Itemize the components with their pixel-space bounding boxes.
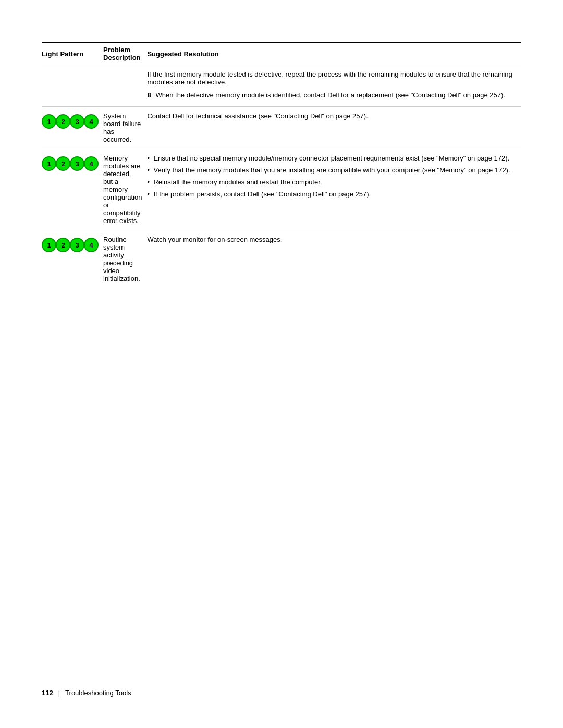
circle-4: 4 xyxy=(84,238,99,252)
row2-resolution-cell: Ensure that no special memory module/mem… xyxy=(147,149,521,230)
row1-circles: 1 2 3 4 xyxy=(42,114,98,129)
pre-resolution-text: If the first memory module tested is def… xyxy=(147,70,516,86)
row3-resolution-text: Watch your monitor for on-screen message… xyxy=(147,236,282,243)
page-container: Light Pattern Problem Description Sugges… xyxy=(0,0,563,728)
table-row: 1 2 3 4 System board failure has occurre… xyxy=(42,107,521,149)
table-row: 1 2 3 4 Routine system activity precedin… xyxy=(42,230,521,288)
row1-resolution-cell: Contact Dell for technical assistance (s… xyxy=(147,107,521,149)
row3-problem-text: Routine system activity preceding video … xyxy=(103,236,140,282)
circle-2: 2 xyxy=(56,114,70,129)
circle-2: 2 xyxy=(56,156,70,171)
header-suggested-resolution: Suggested Resolution xyxy=(147,42,521,65)
page-footer: 112 | Troubleshooting Tools xyxy=(42,689,521,697)
row1-resolution-text: Contact Dell for technical assistance (s… xyxy=(147,112,368,120)
list-item: If the problem persists, contact Dell (s… xyxy=(147,190,516,198)
circle-1: 1 xyxy=(42,238,56,252)
circle-3: 3 xyxy=(70,238,84,252)
row1-problem-text: System board failure has occurred. xyxy=(103,112,141,143)
row3-light-cell: 1 2 3 4 xyxy=(42,230,103,288)
circle-4: 4 xyxy=(84,156,99,171)
circle-3: 3 xyxy=(70,156,84,171)
circle-1: 1 xyxy=(42,156,56,171)
row2-problem-cell: Memory modules are detected, but a memor… xyxy=(103,149,147,230)
circle-1: 1 xyxy=(42,114,56,129)
row3-resolution-cell: Watch your monitor for on-screen message… xyxy=(147,230,521,288)
circle-3: 3 xyxy=(70,114,84,129)
pre-resolution-item8: 8 When the defective memory module is id… xyxy=(147,91,516,99)
main-table: Light Pattern Problem Description Sugges… xyxy=(42,42,521,288)
page-number: 112 xyxy=(42,689,53,697)
table-row-pre: If the first memory module tested is def… xyxy=(42,65,521,107)
row2-circles: 1 2 3 4 xyxy=(42,156,98,171)
item8-number: 8 xyxy=(147,91,153,99)
circle-4: 4 xyxy=(84,114,99,129)
row3-problem-cell: Routine system activity preceding video … xyxy=(103,230,147,288)
header-light-pattern: Light Pattern xyxy=(42,42,103,65)
table-row: 1 2 3 4 Memory modules are detected, but… xyxy=(42,149,521,230)
row1-light-cell: 1 2 3 4 xyxy=(42,107,103,149)
list-item: Reinstall the memory modules and restart… xyxy=(147,178,516,186)
row1-problem-cell: System board failure has occurred. xyxy=(103,107,147,149)
footer-title: Troubleshooting Tools xyxy=(65,689,131,697)
pre-light-cell xyxy=(42,65,103,107)
footer-separator: | xyxy=(58,689,60,697)
row2-light-cell: 1 2 3 4 xyxy=(42,149,103,230)
pre-resolution-cell: If the first memory module tested is def… xyxy=(147,65,521,107)
row2-resolution-list: Ensure that no special memory module/mem… xyxy=(147,154,516,198)
item8-text: When the defective memory module is iden… xyxy=(155,91,505,99)
circle-2: 2 xyxy=(56,238,70,252)
pre-problem-cell xyxy=(103,65,147,107)
list-item: Verify that the memory modules that you … xyxy=(147,166,516,174)
row2-problem-text: Memory modules are detected, but a memor… xyxy=(103,154,142,225)
header-problem-description: Problem Description xyxy=(103,42,147,65)
row3-circles: 1 2 3 4 xyxy=(42,238,98,252)
list-item: Ensure that no special memory module/mem… xyxy=(147,154,516,162)
